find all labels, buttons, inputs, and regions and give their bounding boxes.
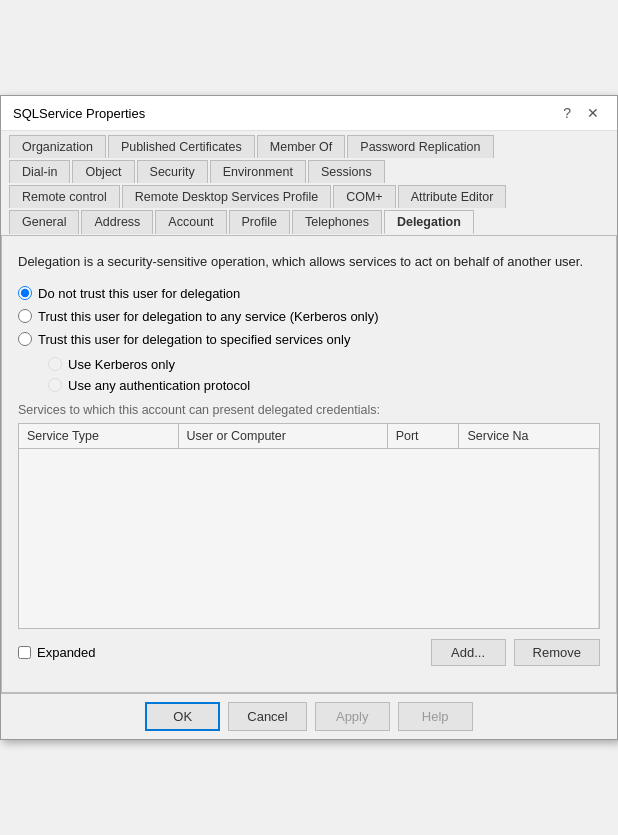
tab-published-certificates[interactable]: Published Certificates xyxy=(108,135,255,158)
expanded-checkbox[interactable] xyxy=(18,646,31,659)
tab-address[interactable]: Address xyxy=(81,210,153,234)
close-button-title[interactable]: ✕ xyxy=(581,104,605,122)
dialog-title: SQLService Properties xyxy=(13,106,145,121)
radio-group-delegation: Do not trust this user for delegation Tr… xyxy=(18,286,600,347)
title-bar-left: SQLService Properties xyxy=(13,106,145,121)
radio-kerberos-only[interactable]: Use Kerberos only xyxy=(48,357,600,372)
radio-trust-specified-input[interactable] xyxy=(18,332,32,346)
add-button[interactable]: Add... xyxy=(431,639,506,666)
tabs-area: Organization Published Certificates Memb… xyxy=(1,131,617,234)
add-remove-buttons: Add... Remove xyxy=(431,639,600,666)
tab-account[interactable]: Account xyxy=(155,210,226,234)
delegation-description: Delegation is a security-sensitive opera… xyxy=(18,252,600,272)
services-table-wrapper: Service Type User or Computer Port Servi… xyxy=(18,423,600,630)
tab-profile[interactable]: Profile xyxy=(229,210,290,234)
radio-trust-specified-label: Trust this user for delegation to specif… xyxy=(38,332,350,347)
col-service-name: Service Na xyxy=(459,424,599,449)
radio-any-auth[interactable]: Use any authentication protocol xyxy=(48,378,600,393)
radio-any-auth-input[interactable] xyxy=(48,378,62,392)
col-port: Port xyxy=(387,424,459,449)
tab-member-of[interactable]: Member Of xyxy=(257,135,346,158)
tab-dial-in[interactable]: Dial-in xyxy=(9,160,70,183)
ok-button[interactable]: OK xyxy=(145,702,220,731)
checkbox-row: Expanded Add... Remove xyxy=(18,639,600,666)
tab-organization[interactable]: Organization xyxy=(9,135,106,158)
apply-button[interactable]: Apply xyxy=(315,702,390,731)
tab-password-replication[interactable]: Password Replication xyxy=(347,135,493,158)
tab-general[interactable]: General xyxy=(9,210,79,234)
radio-trust-specified[interactable]: Trust this user for delegation to specif… xyxy=(18,332,600,347)
radio-trust-any-input[interactable] xyxy=(18,309,32,323)
expanded-checkbox-group: Expanded xyxy=(18,645,96,660)
tab-object[interactable]: Object xyxy=(72,160,134,183)
radio-do-not-trust-label: Do not trust this user for delegation xyxy=(38,286,240,301)
tab-row-3: Remote control Remote Desktop Services P… xyxy=(9,185,609,208)
sub-options-group: Use Kerberos only Use any authentication… xyxy=(48,357,600,393)
tab-row-1: Organization Published Certificates Memb… xyxy=(9,135,609,158)
tab-content-delegation: Delegation is a security-sensitive opera… xyxy=(1,235,617,693)
properties-dialog: SQLService Properties ? ✕ Organization P… xyxy=(0,95,618,740)
radio-trust-any[interactable]: Trust this user for delegation to any se… xyxy=(18,309,600,324)
tab-remote-desktop[interactable]: Remote Desktop Services Profile xyxy=(122,185,331,208)
help-button-bottom[interactable]: Help xyxy=(398,702,473,731)
tab-sessions[interactable]: Sessions xyxy=(308,160,385,183)
bottom-buttons: OK Cancel Apply Help xyxy=(1,693,617,739)
radio-any-auth-label: Use any authentication protocol xyxy=(68,378,250,393)
radio-do-not-trust-input[interactable] xyxy=(18,286,32,300)
tab-remote-control[interactable]: Remote control xyxy=(9,185,120,208)
services-label: Services to which this account can prese… xyxy=(18,403,600,417)
radio-kerberos-only-input[interactable] xyxy=(48,357,62,371)
radio-kerberos-only-label: Use Kerberos only xyxy=(68,357,175,372)
tab-row-4: General Address Account Profile Telephon… xyxy=(9,210,609,234)
services-table: Service Type User or Computer Port Servi… xyxy=(19,424,599,629)
radio-trust-any-label: Trust this user for delegation to any se… xyxy=(38,309,379,324)
expanded-label: Expanded xyxy=(37,645,96,660)
remove-button[interactable]: Remove xyxy=(514,639,600,666)
title-buttons: ? ✕ xyxy=(557,104,605,122)
cancel-button[interactable]: Cancel xyxy=(228,702,306,731)
col-user-computer: User or Computer xyxy=(178,424,387,449)
col-service-type: Service Type xyxy=(19,424,178,449)
services-table-body[interactable] xyxy=(19,448,599,628)
tab-row-2: Dial-in Object Security Environment Sess… xyxy=(9,160,609,183)
tab-attribute-editor[interactable]: Attribute Editor xyxy=(398,185,507,208)
tab-com[interactable]: COM+ xyxy=(333,185,395,208)
title-bar: SQLService Properties ? ✕ xyxy=(1,96,617,131)
tab-delegation[interactable]: Delegation xyxy=(384,210,474,234)
help-button-title[interactable]: ? xyxy=(557,104,577,122)
tab-security[interactable]: Security xyxy=(137,160,208,183)
tab-environment[interactable]: Environment xyxy=(210,160,306,183)
tab-telephones[interactable]: Telephones xyxy=(292,210,382,234)
radio-do-not-trust[interactable]: Do not trust this user for delegation xyxy=(18,286,600,301)
